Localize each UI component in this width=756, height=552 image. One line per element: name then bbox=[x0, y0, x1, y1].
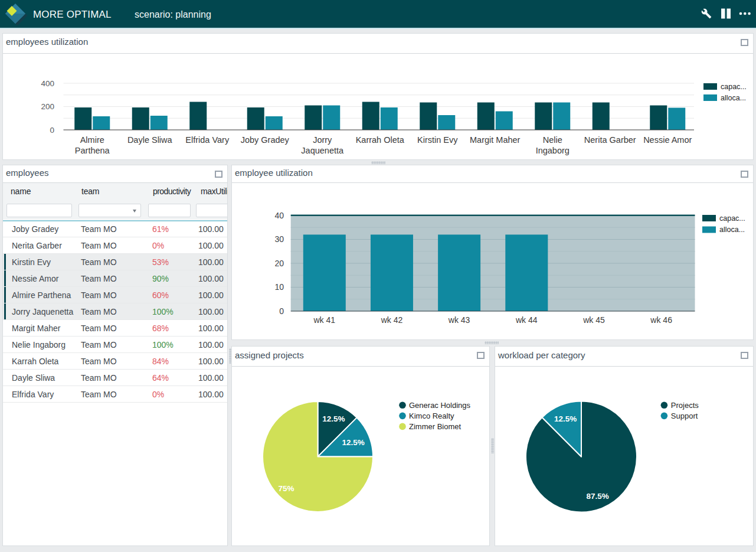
svg-text:Elfrida Vary: Elfrida Vary bbox=[185, 135, 230, 145]
svg-text:12.5%: 12.5% bbox=[322, 414, 345, 423]
svg-text:wk 42: wk 42 bbox=[381, 315, 403, 325]
svg-text:200: 200 bbox=[41, 102, 54, 111]
svg-text:Projects: Projects bbox=[671, 401, 699, 410]
svg-text:Jorry: Jorry bbox=[313, 135, 332, 145]
svg-text:75%: 75% bbox=[279, 484, 294, 493]
svg-text:10: 10 bbox=[274, 282, 284, 292]
svg-text:Joby Gradey: Joby Gradey bbox=[241, 135, 290, 145]
svg-text:Ingaborg: Ingaborg bbox=[536, 146, 570, 155]
svg-text:wk 43: wk 43 bbox=[448, 315, 470, 325]
svg-text:capac...: capac... bbox=[721, 83, 747, 91]
svg-text:0: 0 bbox=[279, 306, 284, 316]
svg-text:Margit Maher: Margit Maher bbox=[470, 135, 521, 145]
svg-text:Zimmer Biomet: Zimmer Biomet bbox=[409, 422, 462, 431]
svg-text:40: 40 bbox=[274, 211, 284, 220]
svg-text:capac...: capac... bbox=[719, 214, 745, 223]
svg-text:Kimco Realty: Kimco Realty bbox=[409, 411, 454, 420]
svg-text:wk 45: wk 45 bbox=[582, 315, 605, 325]
svg-text:Nerita Garber: Nerita Garber bbox=[584, 135, 636, 145]
svg-text:Generac Holdings: Generac Holdings bbox=[409, 401, 471, 410]
svg-text:Parthena: Parthena bbox=[75, 146, 110, 155]
svg-text:alloca...: alloca... bbox=[719, 226, 745, 234]
svg-text:0: 0 bbox=[50, 126, 54, 135]
svg-text:Kirstin Evy: Kirstin Evy bbox=[417, 135, 458, 145]
svg-text:Nelie: Nelie bbox=[543, 135, 562, 145]
svg-text:Almire: Almire bbox=[80, 135, 104, 145]
svg-text:Support: Support bbox=[671, 411, 698, 420]
svg-text:Karrah Oleta: Karrah Oleta bbox=[356, 135, 405, 145]
svg-text:12.5%: 12.5% bbox=[342, 438, 364, 447]
svg-text:Jaquenetta: Jaquenetta bbox=[301, 146, 344, 155]
svg-text:Nessie Amor: Nessie Amor bbox=[643, 135, 692, 145]
svg-text:87.5%: 87.5% bbox=[586, 492, 608, 501]
svg-text:12.5%: 12.5% bbox=[554, 414, 577, 423]
svg-text:wk 41: wk 41 bbox=[313, 315, 335, 325]
svg-text:400: 400 bbox=[41, 79, 54, 88]
svg-text:Dayle Sliwa: Dayle Sliwa bbox=[127, 135, 173, 145]
svg-text:30: 30 bbox=[274, 234, 284, 244]
svg-text:wk 44: wk 44 bbox=[515, 315, 538, 325]
svg-text:20: 20 bbox=[274, 259, 284, 268]
svg-text:wk 46: wk 46 bbox=[650, 315, 672, 325]
svg-text:alloca...: alloca... bbox=[721, 94, 746, 102]
